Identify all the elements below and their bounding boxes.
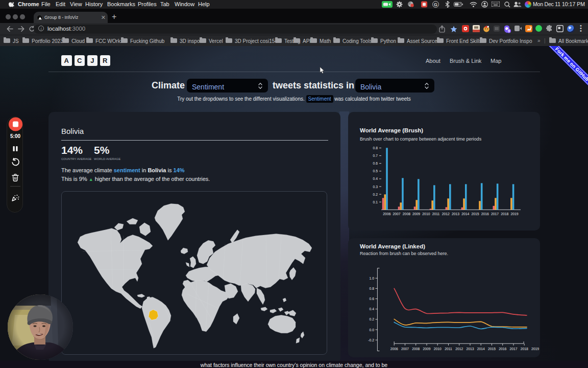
svg-text:2010: 2010 <box>422 212 430 216</box>
svg-text:0.2: 0.2 <box>373 193 378 196</box>
svg-text:2011: 2011 <box>445 347 452 351</box>
svg-text:2007: 2007 <box>401 347 409 351</box>
svg-text:2015: 2015 <box>472 212 479 216</box>
svg-text:0.4: 0.4 <box>370 307 375 311</box>
svg-text:2018: 2018 <box>501 212 508 216</box>
svg-text:1.0: 1.0 <box>370 277 375 280</box>
svg-text:2014: 2014 <box>461 212 469 216</box>
svg-text:9: 9 <box>508 29 510 33</box>
svg-text:2006: 2006 <box>383 212 390 216</box>
svg-text:2017: 2017 <box>509 347 517 351</box>
svg-text:0.4: 0.4 <box>373 177 378 180</box>
svg-text:2013: 2013 <box>466 347 474 351</box>
svg-text:2016: 2016 <box>499 347 506 351</box>
svg-text:2017: 2017 <box>491 212 499 216</box>
svg-text:0.0: 0.0 <box>370 328 375 332</box>
svg-text:0.8: 0.8 <box>370 287 375 290</box>
svg-text:2008: 2008 <box>403 212 410 216</box>
svg-text:0.1: 0.1 <box>373 200 378 204</box>
svg-text:2008: 2008 <box>412 347 420 351</box>
svg-text:2018: 2018 <box>521 347 528 351</box>
svg-text:2006: 2006 <box>390 347 398 351</box>
svg-text:2010: 2010 <box>434 347 442 351</box>
svg-text:2016: 2016 <box>481 212 489 216</box>
svg-text:0.2: 0.2 <box>370 317 375 321</box>
svg-text:2012: 2012 <box>442 212 450 216</box>
svg-text:-0.2: -0.2 <box>368 338 374 342</box>
svg-text:2009: 2009 <box>412 212 420 216</box>
svg-text:G: G <box>434 2 437 7</box>
svg-text:2012: 2012 <box>455 347 463 351</box>
svg-text:0.7: 0.7 <box>373 154 378 157</box>
svg-text:2019: 2019 <box>531 347 539 351</box>
svg-text:0.8: 0.8 <box>373 146 378 150</box>
svg-text:0.3: 0.3 <box>373 185 378 189</box>
svg-text:0.6: 0.6 <box>370 297 375 301</box>
svg-text:0.6: 0.6 <box>373 162 378 165</box>
svg-text:2014: 2014 <box>477 347 485 351</box>
svg-text:2013: 2013 <box>452 212 459 216</box>
svg-text:0.5: 0.5 <box>373 169 378 173</box>
svg-text:2007: 2007 <box>393 212 401 216</box>
svg-text:2015: 2015 <box>488 347 496 351</box>
svg-text:2019: 2019 <box>510 212 518 216</box>
svg-text:2009: 2009 <box>423 347 430 351</box>
svg-text:2011: 2011 <box>432 212 440 216</box>
